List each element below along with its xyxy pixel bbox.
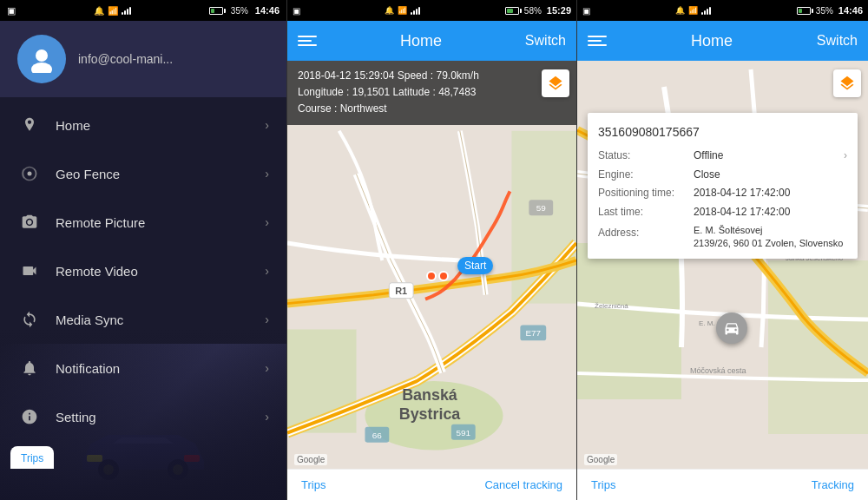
header-title-3: Home	[691, 32, 733, 50]
svg-text:Železničná: Železničná	[595, 302, 628, 310]
tracking-button[interactable]: Tracking	[812, 478, 854, 491]
status-field-label: Status:	[598, 147, 694, 166]
trips-tab-p1[interactable]: Trips	[10, 446, 54, 469]
positioning-field-value: 2018-04-12 17:42:00	[694, 184, 847, 203]
nav-item-remote-picture[interactable]: Remote Picture ›	[0, 198, 286, 247]
start-badge: Start	[457, 257, 493, 274]
remote-picture-label: Remote Picture	[56, 215, 265, 230]
trips-button-2[interactable]: Trips	[301, 478, 326, 491]
home-icon	[17, 113, 42, 137]
device-id: 351609080175667	[598, 122, 847, 143]
remote-video-label: Remote Video	[56, 264, 265, 279]
nav-item-home[interactable]: Home ›	[0, 101, 286, 149]
layer-toggle-button-3[interactable]	[833, 69, 861, 97]
device-info-card: 351609080175667 Status: Offline › Engine…	[588, 113, 858, 259]
home-label: Home	[56, 118, 265, 133]
status-center-2: 🔔 📶	[385, 6, 420, 15]
remote-picture-chevron: ›	[265, 215, 269, 229]
nav-item-media-sync[interactable]: Media Sync ›	[0, 295, 286, 344]
battery-icon-3	[797, 7, 813, 15]
setting-chevron: ›	[265, 410, 269, 424]
profile-section: info@cool-mani...	[0, 21, 286, 97]
signal-bars	[122, 6, 131, 15]
menu-button-2[interactable]	[298, 36, 317, 46]
svg-point-1	[31, 62, 52, 73]
trips-label-p1: Trips	[21, 452, 43, 464]
switch-button-2[interactable]: Switch	[525, 33, 566, 49]
panel-map-trip: ▣ 🔔 📶 58% 15:29 Home Sw	[286, 0, 577, 500]
engine-field-label: Engine:	[598, 166, 694, 185]
nav-item-notification[interactable]: Notification ›	[0, 344, 286, 392]
car-pin-marker	[716, 312, 747, 344]
layers-icon-3	[838, 75, 856, 92]
status-bar-2: ▣ 🔔 📶 58% 15:29	[287, 0, 576, 21]
battery-percent: 35%	[231, 6, 248, 16]
last-field-value: 2018-04-12 17:42:00	[694, 203, 847, 222]
device-row-positioning: Positioning time: 2018-04-12 17:42:00	[598, 184, 847, 203]
time-display: 14:46	[255, 5, 279, 16]
avatar	[17, 35, 66, 83]
svg-point-2	[28, 172, 32, 176]
svg-text:Bystrica: Bystrica	[399, 405, 462, 423]
svg-text:E77: E77	[525, 328, 541, 338]
geo-fence-chevron: ›	[265, 167, 269, 181]
status-chevron[interactable]: ›	[844, 147, 847, 166]
header-title-2: Home	[400, 32, 442, 50]
google-label-2: Google	[297, 455, 325, 464]
status-right: 35% 14:46	[209, 5, 279, 16]
status-right-3: 35% 14:46	[797, 5, 863, 16]
battery-icon-2	[505, 7, 522, 15]
route-dot-2	[438, 271, 449, 281]
wifi-icon-2: 📶	[398, 6, 407, 15]
notification-label: Notification	[56, 361, 265, 376]
app-header-3: Home Switch	[577, 21, 868, 61]
nav-item-remote-video[interactable]: Remote Video ›	[0, 247, 286, 295]
status-center-icons: 🔔 📶	[94, 6, 131, 16]
device-row-address: Address: E. M. Šoltésovej 2139/26, 960 0…	[598, 224, 847, 251]
car-cluster-marker	[426, 271, 449, 281]
layer-toggle-button[interactable]	[542, 69, 569, 97]
svg-text:Móčovská cesta: Móčovská cesta	[690, 366, 746, 375]
svg-text:66: 66	[372, 431, 383, 440]
switch-button-3[interactable]: Switch	[817, 33, 858, 49]
device-row-engine: Engine: Close	[598, 166, 847, 185]
nav-item-geo-fence[interactable]: Geo Fence ›	[0, 149, 286, 198]
svg-point-0	[36, 49, 48, 62]
engine-field-value: Close	[694, 166, 847, 185]
svg-text:Banská: Banská	[402, 386, 457, 404]
google-watermark-3: Google	[584, 454, 617, 465]
menu-button-3[interactable]	[588, 36, 607, 46]
start-label: Start	[464, 260, 486, 272]
layers-icon	[547, 75, 564, 92]
signal-bars-2	[411, 6, 420, 15]
car-icon	[723, 319, 740, 337]
status-bar-3: ▣ 🔔 📶 35% 14:46	[577, 0, 868, 21]
battery-3: 35%	[816, 6, 833, 16]
address-field-value: E. M. Šoltésovej 2139/26, 960 01 Zvolen,…	[694, 224, 847, 251]
geo-fence-icon	[17, 161, 42, 186]
status-left-icon: ▣	[7, 5, 16, 16]
car-pin-icon	[716, 312, 747, 344]
battery-2: 58%	[524, 6, 542, 16]
app-header-2: Home Switch	[287, 21, 576, 61]
cancel-tracking-button[interactable]: Cancel tracking	[484, 478, 562, 491]
address-field-label: Address:	[598, 224, 694, 243]
device-row-last: Last time: 2018-04-12 17:42:00	[598, 203, 847, 222]
info-icon	[17, 405, 42, 429]
trip-info-line2: Longitude : 19,1501 Latitude : 48,7483	[298, 84, 566, 101]
media-sync-label: Media Sync	[56, 312, 265, 327]
route-dot-1	[426, 271, 437, 281]
camera-icon	[17, 210, 42, 234]
panel-map-device: ▣ 🔔 📶 35% 14:46 Home Sw	[577, 0, 868, 500]
trips-button-3[interactable]: Trips	[591, 478, 615, 491]
bottom-bar-3: Trips Tracking	[577, 469, 868, 500]
remote-video-chevron: ›	[265, 264, 269, 278]
status-left-2: ▣	[293, 6, 300, 16]
svg-text:59: 59	[536, 203, 547, 213]
nav-item-setting[interactable]: Setting ›	[0, 392, 286, 441]
trip-info-line3: Course : Northwest	[298, 101, 566, 117]
signal-bars-3	[701, 6, 711, 15]
wifi-icon-3: 📶	[688, 6, 698, 15]
home-chevron: ›	[265, 118, 269, 132]
bottom-bar-2: Trips Cancel tracking	[287, 469, 576, 500]
